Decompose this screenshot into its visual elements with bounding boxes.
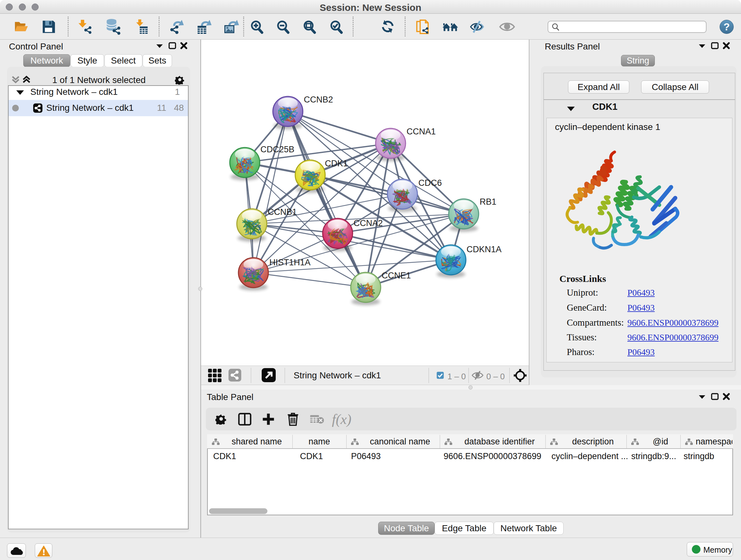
svg-text:CDK1: CDK1	[325, 159, 348, 168]
svg-text:CCNB2: CCNB2	[304, 95, 333, 105]
svg-text:CDC6: CDC6	[418, 178, 442, 188]
svg-text:CDKN1A: CDKN1A	[467, 245, 502, 254]
svg-text:RB1: RB1	[480, 197, 496, 206]
svg-text:CCNB1: CCNB1	[268, 207, 297, 217]
svg-text:CCNA2: CCNA2	[354, 219, 383, 228]
svg-text:HIST1H1A: HIST1H1A	[269, 258, 311, 267]
svg-text:CCNA1: CCNA1	[407, 127, 436, 136]
svg-text:CCNE1: CCNE1	[382, 271, 411, 280]
svg-text:CDC25B: CDC25B	[260, 145, 294, 154]
